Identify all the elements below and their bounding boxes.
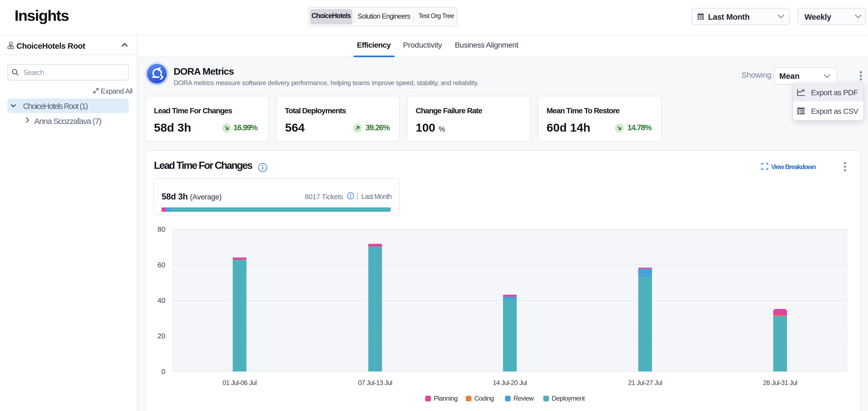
svg-text:0: 0 [161,368,165,376]
svg-text:07 Jul-13 Jul: 07 Jul-13 Jul [358,379,392,386]
svg-text:20: 20 [157,332,165,340]
svg-text:40: 40 [157,296,165,305]
svg-text:14 Jul-20 Jul: 14 Jul-20 Jul [493,379,527,386]
svg-text:Deployment: Deployment [552,395,585,402]
svg-text:28 Jul-31 Jul: 28 Jul-31 Jul [763,379,797,386]
svg-text:60: 60 [157,261,165,269]
svg-text:21 Jul-27 Jul: 21 Jul-27 Jul [628,379,662,386]
svg-text:Review: Review [514,395,534,402]
svg-text:Planning: Planning [434,395,458,402]
svg-text:01 Jul-06 Jul: 01 Jul-06 Jul [223,379,256,386]
svg-text:Coding: Coding [474,395,494,402]
svg-text:80: 80 [157,225,165,233]
